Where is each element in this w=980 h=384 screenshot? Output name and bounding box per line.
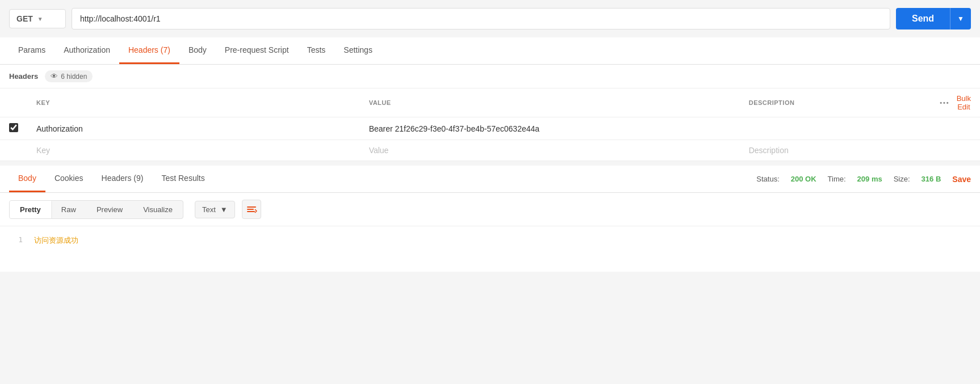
time-label: Time: xyxy=(828,175,846,183)
text-type-dropdown[interactable]: Text ▼ xyxy=(195,201,235,218)
headers-table: KEY VALUE DESCRIPTION ••• Bulk Edit Auth… xyxy=(0,88,980,161)
col-actions: ••• Bulk Edit xyxy=(931,88,980,117)
hidden-label: 6 hidden xyxy=(61,73,87,81)
status-label: Status: xyxy=(756,175,779,183)
send-button[interactable]: Send xyxy=(896,8,950,29)
line-number-1: 1 xyxy=(18,235,23,244)
bulk-edit-button[interactable]: Bulk Edit xyxy=(957,94,971,111)
placeholder-value[interactable]: Value xyxy=(360,140,740,161)
code-panel: 1 访问资源成功 xyxy=(0,226,980,272)
wrap-button[interactable] xyxy=(242,200,261,219)
col-description: DESCRIPTION xyxy=(740,88,931,117)
placeholder-actions xyxy=(931,140,980,161)
tab-headers[interactable]: Headers (7) xyxy=(119,37,179,64)
placeholder-checkbox-cell xyxy=(0,140,27,161)
line-numbers: 1 xyxy=(9,235,23,263)
method-label: GET xyxy=(16,14,33,23)
row-key[interactable]: Authorization xyxy=(27,117,360,140)
headers-section: Headers 👁 6 hidden xyxy=(0,65,980,88)
tab-settings[interactable]: Settings xyxy=(334,37,382,64)
table-row: Authorization Bearer 21f26c29-f3e0-4f37-… xyxy=(0,117,980,140)
response-tab-headers[interactable]: Headers (9) xyxy=(93,166,153,192)
tab-pre-request-script[interactable]: Pre-request Script xyxy=(216,37,298,64)
response-tab-cookies[interactable]: Cookies xyxy=(45,166,93,192)
wrap-icon xyxy=(246,204,257,215)
size-value: 316 B xyxy=(922,175,941,183)
format-tab-raw[interactable]: Raw xyxy=(51,201,86,218)
row-checkbox-cell xyxy=(0,117,27,140)
format-toolbar: Pretty Raw Preview Visualize Text ▼ xyxy=(0,193,980,226)
url-input[interactable] xyxy=(72,9,890,29)
svg-rect-1 xyxy=(247,209,254,210)
tab-tests[interactable]: Tests xyxy=(298,37,335,64)
tab-params[interactable]: Params xyxy=(9,37,55,64)
time-value: 209 ms xyxy=(857,175,882,183)
response-tabs-bar: Body Cookies Headers (9) Test Results St… xyxy=(0,166,980,193)
more-icon[interactable]: ••• xyxy=(940,99,950,106)
save-button[interactable]: Save xyxy=(952,175,971,184)
send-dropdown-button[interactable]: ▼ xyxy=(950,8,971,29)
format-tab-preview[interactable]: Preview xyxy=(86,201,133,218)
method-selector[interactable]: GET ▼ xyxy=(9,9,66,28)
col-value: VALUE xyxy=(360,88,740,117)
svg-rect-0 xyxy=(247,206,256,208)
tab-authorization[interactable]: Authorization xyxy=(55,37,119,64)
row-description xyxy=(740,117,931,140)
response-tab-test-results[interactable]: Test Results xyxy=(152,166,213,192)
row-actions xyxy=(931,117,980,140)
row-value[interactable]: Bearer 21f26c29-f3e0-4f37-be4b-57ec0632e… xyxy=(360,117,740,140)
text-type-label: Text xyxy=(202,205,216,214)
headers-title: Headers xyxy=(9,72,38,81)
tab-body[interactable]: Body xyxy=(179,37,216,64)
request-tabs-bar: Params Authorization Headers (7) Body Pr… xyxy=(0,37,980,65)
hidden-badge[interactable]: 👁 6 hidden xyxy=(45,70,93,82)
status-value: 200 OK xyxy=(791,175,816,183)
svg-rect-2 xyxy=(247,211,255,212)
placeholder-description[interactable]: Description xyxy=(740,140,931,161)
format-tab-pretty[interactable]: Pretty xyxy=(10,201,51,218)
size-label: Size: xyxy=(894,175,910,183)
method-chevron-icon: ▼ xyxy=(37,16,43,22)
format-tab-visualize[interactable]: Visualize xyxy=(133,201,183,218)
format-tabs: Pretty Raw Preview Visualize xyxy=(9,200,183,219)
top-bar: GET ▼ Send ▼ xyxy=(0,0,980,37)
col-checkbox xyxy=(0,88,27,117)
url-input-wrapper xyxy=(72,8,890,29)
col-key: KEY xyxy=(27,88,360,117)
eye-icon: 👁 xyxy=(51,72,58,81)
send-button-group: Send ▼ xyxy=(896,8,971,29)
response-meta: Status: 200 OK Time: 209 ms Size: 316 B … xyxy=(756,175,971,184)
response-tab-body[interactable]: Body xyxy=(9,166,45,192)
code-content: 访问资源成功 xyxy=(34,235,78,263)
table-placeholder-row: Key Value Description xyxy=(0,140,980,161)
placeholder-key[interactable]: Key xyxy=(27,140,360,161)
text-type-chevron-icon: ▼ xyxy=(220,205,228,214)
send-dropdown-chevron-icon: ▼ xyxy=(957,15,964,23)
row-checkbox[interactable] xyxy=(9,123,18,132)
